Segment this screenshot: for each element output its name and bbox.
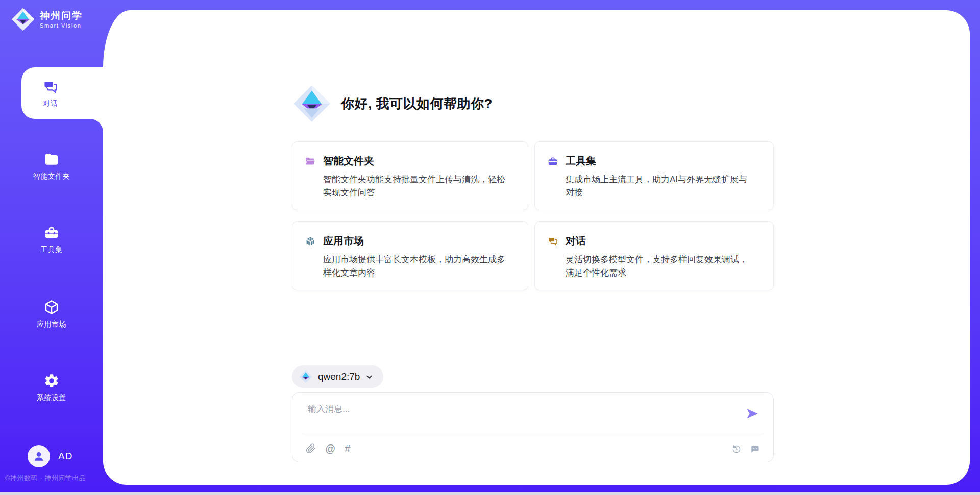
card-title: 对话	[566, 234, 586, 248]
composer-tools: @ #	[306, 443, 350, 454]
composer-right-tools	[731, 444, 760, 454]
avatar	[28, 445, 50, 467]
at-icon: @	[325, 443, 335, 454]
tab-curve-fillet	[90, 119, 103, 132]
message-composer: @ #	[292, 392, 774, 462]
chat-bubble-icon	[750, 444, 760, 454]
cube-icon	[43, 299, 60, 315]
sidebar-item-label: 应用市场	[37, 320, 66, 329]
card-description: 集成市场上主流工具，助力AI与外界无缝扩展与对接	[566, 173, 750, 200]
cube-grid-icon	[305, 236, 316, 247]
card-title: 应用市场	[323, 234, 364, 248]
folder-icon	[43, 151, 60, 167]
user-profile[interactable]: AD	[28, 445, 72, 467]
chat-icon	[42, 79, 59, 95]
hash-icon: #	[345, 443, 350, 454]
send-button[interactable]	[745, 406, 760, 422]
topic-button[interactable]: #	[345, 443, 350, 454]
brand-diamond-icon	[11, 8, 35, 31]
person-icon	[32, 450, 45, 463]
send-icon	[745, 406, 760, 422]
toolbox-icon	[43, 225, 60, 241]
card-toolset[interactable]: 工具集 集成市场上主流工具，助力AI与外界无缝扩展与对接	[534, 141, 774, 210]
main-panel: 你好, 我可以如何帮助你? 智能文件夹 智能文件夹功能支持批量文件上传与清洗，轻…	[103, 10, 970, 485]
sidebar-item-label: 系统设置	[37, 393, 66, 403]
folder-open-icon	[305, 156, 316, 167]
history-button[interactable]	[731, 444, 742, 454]
mention-button[interactable]: @	[325, 443, 335, 454]
paperclip-icon	[306, 443, 316, 454]
card-description: 智能文件夹功能支持批量文件上传与清洗，轻松实现文件问答	[323, 173, 508, 200]
message-input[interactable]	[307, 402, 717, 433]
gear-icon	[43, 373, 60, 389]
sidebar-item-label: 工具集	[40, 245, 63, 255]
model-selector[interactable]: qwen2:7b	[292, 365, 383, 388]
sidebar-item-toolset[interactable]: 工具集	[0, 225, 103, 255]
card-chat[interactable]: 对话 灵活切换多模型文件，支持多样回复效果调试，满足个性化需求	[534, 221, 774, 290]
sidebar-item-chat[interactable]: 对话	[21, 67, 104, 119]
sidebar-item-app-market[interactable]: 应用市场	[0, 299, 103, 329]
window-bottom-edge	[0, 492, 980, 495]
history-icon	[731, 444, 742, 454]
copyright-footer: ©神州数码 · 神州问学出品	[5, 474, 86, 483]
new-chat-button[interactable]	[750, 444, 760, 454]
composer-divider	[304, 436, 762, 436]
attach-file-button[interactable]	[306, 443, 316, 454]
card-title: 工具集	[566, 154, 596, 168]
sidebar-item-settings[interactable]: 系统设置	[0, 373, 103, 403]
brand-logo: 神州问学 Smart Vision	[11, 8, 83, 31]
model-name: qwen2:7b	[318, 371, 360, 382]
feature-cards: 智能文件夹 智能文件夹功能支持批量文件上传与清洗，轻松实现文件问答 工具集 集成…	[292, 141, 774, 290]
sidebar-item-label: 对话	[43, 99, 58, 108]
chat-icon	[547, 236, 558, 247]
sidebar: 神州问学 Smart Vision 对话 智能文件夹	[0, 0, 103, 495]
page-title: 你好, 我可以如何帮助你?	[341, 95, 493, 113]
card-app-market[interactable]: 应用市场 应用市场提供丰富长文本模板，助力高效生成多样化文章内容	[292, 221, 528, 290]
toolbox-icon	[547, 156, 558, 167]
user-initials: AD	[58, 451, 72, 462]
assistant-diamond-icon	[293, 85, 331, 122]
brand-subtitle: Smart Vision	[40, 22, 83, 29]
card-description: 应用市场提供丰富长文本模板，助力高效生成多样化文章内容	[323, 253, 508, 280]
app-background: 神州问学 Smart Vision 对话 智能文件夹	[0, 0, 980, 495]
model-diamond-icon	[299, 370, 312, 383]
brand-name: 神州问学	[40, 10, 83, 21]
card-title: 智能文件夹	[323, 154, 374, 168]
chevron-down-icon	[365, 373, 373, 381]
sidebar-item-label: 智能文件夹	[33, 172, 70, 181]
card-smart-folder[interactable]: 智能文件夹 智能文件夹功能支持批量文件上传与清洗，轻松实现文件问答	[292, 141, 528, 210]
greeting: 你好, 我可以如何帮助你?	[293, 85, 493, 122]
sidebar-item-smart-folder[interactable]: 智能文件夹	[0, 151, 103, 181]
card-description: 灵活切换多模型文件，支持多样回复效果调试，满足个性化需求	[566, 253, 750, 280]
